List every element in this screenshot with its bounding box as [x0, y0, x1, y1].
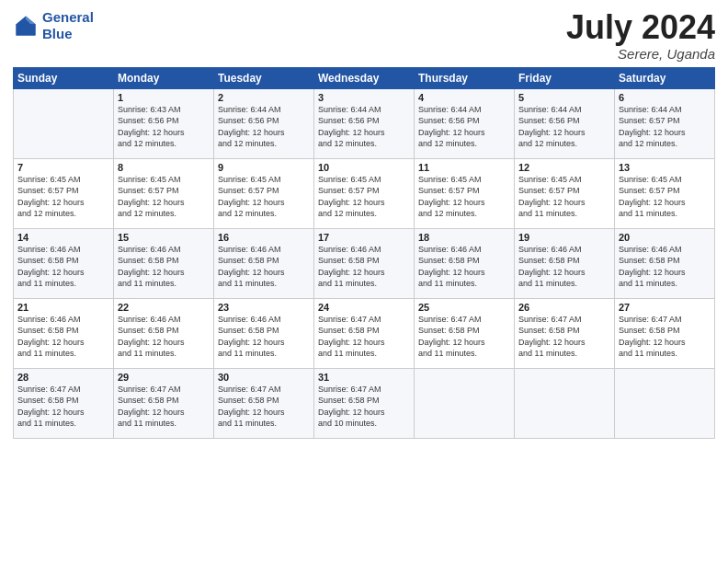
week-row-1: 1Sunrise: 6:43 AM Sunset: 6:56 PM Daylig… [14, 88, 715, 158]
week-row-3: 14Sunrise: 6:46 AM Sunset: 6:58 PM Dayli… [14, 228, 715, 298]
day-number: 15 [118, 232, 210, 243]
day-number: 9 [218, 162, 310, 173]
calendar-cell: 22Sunrise: 6:46 AM Sunset: 6:58 PM Dayli… [114, 298, 214, 368]
day-number: 22 [118, 302, 210, 313]
header: General Blue July 2024 Serere, Uganda [13, 9, 715, 62]
day-info: Sunrise: 6:45 AM Sunset: 6:57 PM Dayligh… [619, 174, 711, 220]
calendar-cell: 28Sunrise: 6:47 AM Sunset: 6:58 PM Dayli… [14, 368, 114, 438]
calendar-cell: 17Sunrise: 6:46 AM Sunset: 6:58 PM Dayli… [314, 228, 415, 298]
day-info: Sunrise: 6:45 AM Sunset: 6:57 PM Dayligh… [17, 174, 109, 220]
calendar-cell: 16Sunrise: 6:46 AM Sunset: 6:58 PM Dayli… [214, 228, 314, 298]
day-info: Sunrise: 6:47 AM Sunset: 6:58 PM Dayligh… [118, 384, 210, 430]
calendar-cell: 13Sunrise: 6:45 AM Sunset: 6:57 PM Dayli… [615, 158, 715, 228]
day-number: 12 [518, 162, 610, 173]
day-number: 24 [318, 302, 410, 313]
day-info: Sunrise: 6:46 AM Sunset: 6:58 PM Dayligh… [619, 244, 711, 290]
column-header-thursday: Thursday [415, 67, 515, 88]
title-area: July 2024 Serere, Uganda [566, 9, 715, 62]
day-number: 30 [218, 372, 310, 383]
calendar-table: SundayMondayTuesdayWednesdayThursdayFrid… [13, 67, 715, 439]
day-info: Sunrise: 6:46 AM Sunset: 6:58 PM Dayligh… [118, 314, 210, 360]
calendar-cell: 29Sunrise: 6:47 AM Sunset: 6:58 PM Dayli… [114, 368, 214, 438]
calendar-cell: 4Sunrise: 6:44 AM Sunset: 6:56 PM Daylig… [415, 88, 515, 158]
day-info: Sunrise: 6:46 AM Sunset: 6:58 PM Dayligh… [518, 244, 610, 290]
day-number: 18 [418, 232, 510, 243]
calendar-cell: 20Sunrise: 6:46 AM Sunset: 6:58 PM Dayli… [615, 228, 715, 298]
day-number: 6 [619, 92, 711, 103]
column-header-monday: Monday [114, 67, 214, 88]
calendar-cell: 26Sunrise: 6:47 AM Sunset: 6:58 PM Dayli… [515, 298, 615, 368]
calendar-cell [415, 368, 515, 438]
location: Serere, Uganda [566, 46, 715, 62]
calendar-cell: 23Sunrise: 6:46 AM Sunset: 6:58 PM Dayli… [214, 298, 314, 368]
day-info: Sunrise: 6:47 AM Sunset: 6:58 PM Dayligh… [318, 314, 410, 360]
day-info: Sunrise: 6:47 AM Sunset: 6:58 PM Dayligh… [619, 314, 711, 360]
calendar-cell: 9Sunrise: 6:45 AM Sunset: 6:57 PM Daylig… [214, 158, 314, 228]
day-number: 14 [17, 232, 109, 243]
day-info: Sunrise: 6:44 AM Sunset: 6:56 PM Dayligh… [418, 104, 510, 150]
calendar-cell: 11Sunrise: 6:45 AM Sunset: 6:57 PM Dayli… [415, 158, 515, 228]
day-number: 25 [418, 302, 510, 313]
day-number: 16 [218, 232, 310, 243]
calendar-cell: 8Sunrise: 6:45 AM Sunset: 6:57 PM Daylig… [114, 158, 214, 228]
calendar-cell: 15Sunrise: 6:46 AM Sunset: 6:58 PM Dayli… [114, 228, 214, 298]
day-number: 19 [518, 232, 610, 243]
day-number: 8 [118, 162, 210, 173]
column-header-tuesday: Tuesday [214, 67, 314, 88]
week-row-4: 21Sunrise: 6:46 AM Sunset: 6:58 PM Dayli… [14, 298, 715, 368]
calendar-cell: 19Sunrise: 6:46 AM Sunset: 6:58 PM Dayli… [515, 228, 615, 298]
logo-icon [13, 13, 39, 39]
day-info: Sunrise: 6:46 AM Sunset: 6:58 PM Dayligh… [318, 244, 410, 290]
day-info: Sunrise: 6:47 AM Sunset: 6:58 PM Dayligh… [518, 314, 610, 360]
day-number: 27 [619, 302, 711, 313]
day-info: Sunrise: 6:45 AM Sunset: 6:57 PM Dayligh… [418, 174, 510, 220]
column-header-friday: Friday [515, 67, 615, 88]
day-info: Sunrise: 6:44 AM Sunset: 6:57 PM Dayligh… [619, 104, 711, 150]
day-info: Sunrise: 6:43 AM Sunset: 6:56 PM Dayligh… [118, 104, 210, 150]
day-number: 23 [218, 302, 310, 313]
day-number: 20 [619, 232, 711, 243]
calendar-cell: 12Sunrise: 6:45 AM Sunset: 6:57 PM Dayli… [515, 158, 615, 228]
day-info: Sunrise: 6:46 AM Sunset: 6:58 PM Dayligh… [418, 244, 510, 290]
calendar-cell: 24Sunrise: 6:47 AM Sunset: 6:58 PM Dayli… [314, 298, 415, 368]
column-header-saturday: Saturday [615, 67, 715, 88]
day-number: 29 [118, 372, 210, 383]
header-row: SundayMondayTuesdayWednesdayThursdayFrid… [14, 67, 715, 88]
day-info: Sunrise: 6:44 AM Sunset: 6:56 PM Dayligh… [218, 104, 310, 150]
day-number: 31 [318, 372, 410, 383]
logo-text: General Blue [42, 9, 94, 42]
day-info: Sunrise: 6:47 AM Sunset: 6:58 PM Dayligh… [318, 384, 410, 430]
day-number: 21 [17, 302, 109, 313]
calendar-cell: 10Sunrise: 6:45 AM Sunset: 6:57 PM Dayli… [314, 158, 415, 228]
day-info: Sunrise: 6:44 AM Sunset: 6:56 PM Dayligh… [318, 104, 410, 150]
calendar-cell: 30Sunrise: 6:47 AM Sunset: 6:58 PM Dayli… [214, 368, 314, 438]
calendar-cell: 31Sunrise: 6:47 AM Sunset: 6:58 PM Dayli… [314, 368, 415, 438]
day-number: 2 [218, 92, 310, 103]
column-header-wednesday: Wednesday [314, 67, 415, 88]
day-info: Sunrise: 6:45 AM Sunset: 6:57 PM Dayligh… [218, 174, 310, 220]
day-number: 10 [318, 162, 410, 173]
calendar-cell: 1Sunrise: 6:43 AM Sunset: 6:56 PM Daylig… [114, 88, 214, 158]
day-info: Sunrise: 6:46 AM Sunset: 6:58 PM Dayligh… [218, 244, 310, 290]
day-info: Sunrise: 6:47 AM Sunset: 6:58 PM Dayligh… [17, 384, 109, 430]
calendar-cell: 6Sunrise: 6:44 AM Sunset: 6:57 PM Daylig… [615, 88, 715, 158]
day-info: Sunrise: 6:45 AM Sunset: 6:57 PM Dayligh… [518, 174, 610, 220]
day-number: 7 [17, 162, 109, 173]
day-info: Sunrise: 6:47 AM Sunset: 6:58 PM Dayligh… [218, 384, 310, 430]
calendar-cell: 7Sunrise: 6:45 AM Sunset: 6:57 PM Daylig… [14, 158, 114, 228]
day-info: Sunrise: 6:44 AM Sunset: 6:56 PM Dayligh… [518, 104, 610, 150]
week-row-5: 28Sunrise: 6:47 AM Sunset: 6:58 PM Dayli… [14, 368, 715, 438]
calendar-cell: 21Sunrise: 6:46 AM Sunset: 6:58 PM Dayli… [14, 298, 114, 368]
column-header-sunday: Sunday [14, 67, 114, 88]
calendar-cell [14, 88, 114, 158]
day-info: Sunrise: 6:46 AM Sunset: 6:58 PM Dayligh… [17, 314, 109, 360]
day-info: Sunrise: 6:45 AM Sunset: 6:57 PM Dayligh… [118, 174, 210, 220]
svg-rect-2 [17, 24, 36, 35]
day-info: Sunrise: 6:46 AM Sunset: 6:58 PM Dayligh… [218, 314, 310, 360]
page: General Blue July 2024 Serere, Uganda Su… [0, 0, 728, 563]
day-number: 11 [418, 162, 510, 173]
day-number: 13 [619, 162, 711, 173]
calendar-cell: 27Sunrise: 6:47 AM Sunset: 6:58 PM Dayli… [615, 298, 715, 368]
day-number: 17 [318, 232, 410, 243]
day-number: 3 [318, 92, 410, 103]
